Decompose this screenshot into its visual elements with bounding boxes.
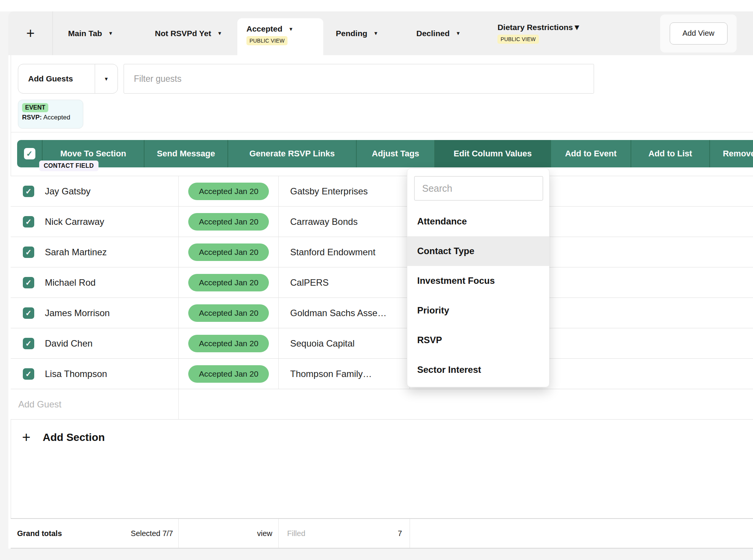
totals-company-cell[interactable]: Filled 7 bbox=[279, 519, 410, 548]
rsvp-cell[interactable]: Accepted Jan 20 bbox=[179, 359, 279, 389]
chevron-down-icon: ▼ bbox=[289, 26, 294, 32]
empty-cell bbox=[179, 389, 753, 419]
add-tab-button[interactable]: + bbox=[8, 11, 53, 55]
row-checkbox[interactable]: ✓ bbox=[23, 277, 34, 288]
company-cell[interactable]: Gatsby Enterprises bbox=[279, 176, 410, 206]
filter-field-value: Accepted bbox=[43, 114, 70, 121]
rsvp-status-pill[interactable]: Accepted Jan 20 bbox=[188, 335, 269, 352]
column-select-dropdown: Attendance Contact Type Investment Focus… bbox=[407, 168, 550, 387]
rsvp-status-pill[interactable]: Accepted Jan 20 bbox=[188, 243, 269, 261]
filter-guests-input[interactable] bbox=[124, 64, 594, 94]
menu-item-contact-type[interactable]: Contact Type bbox=[407, 236, 549, 266]
name-cell[interactable]: ✓ Jay Gatsby bbox=[11, 176, 179, 206]
add-section-button[interactable]: + Add Section bbox=[22, 429, 105, 445]
select-all-cell: ✓ bbox=[17, 140, 43, 167]
guest-name: Lisa Thompson bbox=[45, 369, 107, 379]
totals-rsvp-cell[interactable]: view bbox=[179, 519, 279, 548]
menu-item-priority[interactable]: Priority bbox=[407, 296, 549, 325]
grand-totals-row: Grand totals Selected 7/7 view Filled 7 bbox=[11, 518, 753, 549]
row-checkbox[interactable]: ✓ bbox=[23, 186, 34, 197]
rsvp-status-pill[interactable]: Accepted Jan 20 bbox=[188, 304, 269, 322]
guest-name: Michael Rod bbox=[45, 277, 95, 288]
view-tabs: Main Tab ▼ Not RSVPd Yet ▼ Accepted ▼ PU… bbox=[53, 11, 753, 55]
company-cell[interactable]: Thompson Family… bbox=[279, 359, 410, 389]
rsvp-status-pill[interactable]: Accepted Jan 20 bbox=[188, 183, 269, 200]
edit-column-values-button[interactable]: Edit Column Values bbox=[435, 140, 551, 167]
column-search-input[interactable] bbox=[414, 176, 543, 200]
menu-item-sector-interest[interactable]: Sector Interest bbox=[407, 355, 549, 385]
tab-declined[interactable]: Declined ▼ bbox=[416, 29, 461, 38]
tab-not-rsvpd-yet[interactable]: Not RSVPd Yet ▼ bbox=[155, 29, 222, 38]
totals-name-cell: Grand totals Selected 7/7 bbox=[11, 519, 179, 548]
adjust-tags-button[interactable]: Adjust Tags bbox=[357, 140, 435, 167]
name-cell[interactable]: ✓ David Chen bbox=[11, 328, 179, 358]
company-cell[interactable]: Stanford Endowment bbox=[279, 237, 410, 267]
filter-chip-text: RSVP: Accepted bbox=[22, 114, 78, 121]
name-cell[interactable]: ✓ Sarah Martinez bbox=[11, 237, 179, 267]
rsvp-cell[interactable]: Accepted Jan 20 bbox=[179, 298, 279, 328]
table-row: ✓ Jay Gatsby Accepted Jan 20 Gatsby Ente… bbox=[11, 176, 753, 207]
row-checkbox[interactable]: ✓ bbox=[23, 307, 34, 319]
tab-main-tab[interactable]: Main Tab ▼ bbox=[68, 29, 113, 38]
add-section-label: Add Section bbox=[43, 431, 105, 444]
contact-field-section-label: CONTACT FIELD bbox=[39, 161, 98, 171]
company-cell[interactable]: Goldman Sachs Asse… bbox=[279, 298, 410, 328]
add-view-button[interactable]: Add View bbox=[670, 22, 728, 45]
rsvp-status-pill[interactable]: Accepted Jan 20 bbox=[188, 365, 269, 383]
row-checkbox[interactable]: ✓ bbox=[23, 247, 34, 258]
rsvp-cell[interactable]: Accepted Jan 20 bbox=[179, 207, 279, 237]
table-row: ✓ James Morrison Accepted Jan 20 Goldman… bbox=[11, 298, 753, 328]
row-checkbox[interactable]: ✓ bbox=[23, 216, 34, 228]
bulk-actions-toolbar: ✓ Move To Section Send Message Generate … bbox=[17, 140, 753, 167]
table-row: ✓ Nick Carraway Accepted Jan 20 Carraway… bbox=[11, 207, 753, 237]
add-guests-dropdown-button[interactable]: ▼ bbox=[95, 64, 118, 93]
add-guest-input[interactable]: Add Guest bbox=[11, 389, 179, 419]
company-name: Gatsby Enterprises bbox=[290, 186, 368, 197]
rsvp-status-pill[interactable]: Accepted Jan 20 bbox=[188, 213, 269, 231]
add-to-event-button[interactable]: Add to Event bbox=[551, 140, 631, 167]
filled-label: Filled bbox=[287, 529, 305, 538]
tab-label: Declined bbox=[416, 29, 450, 38]
name-cell[interactable]: ✓ James Morrison bbox=[11, 298, 179, 328]
check-icon: ✓ bbox=[25, 309, 32, 318]
tab-accepted-selected[interactable]: Accepted ▼ PUBLIC VIEW bbox=[237, 18, 323, 55]
remove-button[interactable]: Remove bbox=[710, 140, 753, 167]
company-name: Carraway Bonds bbox=[290, 216, 357, 227]
chevron-down-icon: ▼ bbox=[573, 23, 581, 32]
select-all-checkbox[interactable]: ✓ bbox=[24, 148, 35, 159]
rsvp-cell[interactable]: Accepted Jan 20 bbox=[179, 267, 279, 298]
rsvp-cell[interactable]: Accepted Jan 20 bbox=[179, 176, 279, 206]
company-cell[interactable]: CalPERS bbox=[279, 267, 410, 298]
add-guests-button[interactable]: Add Guests bbox=[18, 64, 95, 93]
tab-pending[interactable]: Pending ▼ bbox=[336, 29, 378, 38]
rsvp-cell[interactable]: Accepted Jan 20 bbox=[179, 328, 279, 358]
add-to-list-button[interactable]: Add to List bbox=[631, 140, 710, 167]
rsvp-cell[interactable]: Accepted Jan 20 bbox=[179, 237, 279, 267]
table-row: ✓ David Chen Accepted Jan 20 Sequoia Cap… bbox=[11, 328, 753, 359]
row-checkbox[interactable]: ✓ bbox=[23, 338, 34, 349]
generate-rsvp-links-button[interactable]: Generate RSVP Links bbox=[228, 140, 357, 167]
guest-name: David Chen bbox=[45, 338, 92, 349]
row-checkbox[interactable]: ✓ bbox=[23, 368, 34, 380]
company-name: Goldman Sachs Asse… bbox=[290, 308, 386, 318]
tab-dietary-restrictions[interactable]: Dietary Restrictions ▼ PUBLIC VIEW bbox=[497, 23, 581, 44]
menu-item-rsvp[interactable]: RSVP bbox=[407, 325, 549, 355]
name-cell[interactable]: ✓ Nick Carraway bbox=[11, 207, 179, 237]
company-cell[interactable]: Carraway Bonds bbox=[279, 207, 410, 237]
filled-count: 7 bbox=[398, 529, 402, 538]
plus-icon: + bbox=[26, 25, 35, 41]
view-link[interactable]: view bbox=[257, 529, 272, 538]
plus-icon: + bbox=[22, 429, 30, 445]
top-band bbox=[0, 0, 753, 11]
guest-name: Jay Gatsby bbox=[45, 186, 91, 197]
check-icon: ✓ bbox=[25, 278, 32, 287]
name-cell[interactable]: ✓ Lisa Thompson bbox=[11, 359, 179, 389]
menu-item-attendance[interactable]: Attendance bbox=[407, 207, 549, 236]
rsvp-filter-chip[interactable]: EVENT RSVP: Accepted bbox=[18, 100, 83, 129]
company-cell[interactable]: Sequoia Capital bbox=[279, 328, 410, 358]
name-cell[interactable]: ✓ Michael Rod bbox=[11, 267, 179, 298]
chevron-down-icon: ▼ bbox=[104, 76, 109, 82]
rsvp-status-pill[interactable]: Accepted Jan 20 bbox=[188, 274, 269, 291]
menu-item-investment-focus[interactable]: Investment Focus bbox=[407, 266, 549, 296]
send-message-button[interactable]: Send Message bbox=[145, 140, 228, 167]
